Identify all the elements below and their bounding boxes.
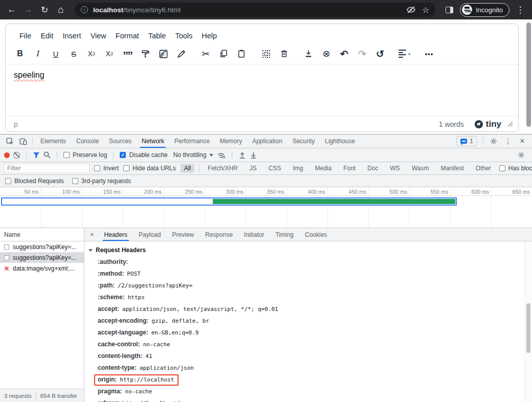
blocked-requests-checkbox[interactable] <box>5 178 11 184</box>
italic-icon[interactable]: I <box>32 48 44 60</box>
forward-icon[interactable]: → <box>20 2 36 17</box>
invert-checkbox[interactable] <box>94 165 100 171</box>
menu-file[interactable]: File <box>15 29 36 42</box>
browser-menu-icon[interactable]: ⋮ <box>513 2 528 17</box>
hide-data-urls-checkbox[interactable] <box>123 165 129 171</box>
issues-badge[interactable]: 1 <box>456 136 477 146</box>
address-bar[interactable]: i localhost /tinymce/tiny6.html ☆ <box>75 3 435 17</box>
import-har-icon[interactable] <box>238 151 246 159</box>
delete-icon[interactable] <box>278 48 290 60</box>
disable-cache-checkbox[interactable]: ✓ <box>120 152 126 158</box>
menu-view[interactable]: View <box>86 29 111 42</box>
device-toolbar-icon[interactable] <box>16 135 30 148</box>
detail-close-icon[interactable]: × <box>85 231 99 238</box>
word-count[interactable]: 1 words <box>439 120 464 128</box>
menu-tools[interactable]: Tools <box>170 29 197 42</box>
permanent-pen-icon[interactable] <box>175 48 187 60</box>
detail-tab-payload[interactable]: Payload <box>133 228 166 241</box>
record-icon[interactable] <box>4 152 10 158</box>
edit-image-icon[interactable] <box>157 48 169 60</box>
name-column-header[interactable]: Name <box>0 228 84 241</box>
strikethrough-icon[interactable]: S <box>68 48 80 60</box>
third-party-requests-toggle[interactable]: 3rd-party requests <box>72 177 131 185</box>
filter-type-css[interactable]: CSS <box>265 164 285 173</box>
disable-cache-toggle[interactable]: ✓ Disable cache <box>120 151 167 159</box>
network-conditions-icon[interactable] <box>217 151 226 159</box>
throttling-select[interactable]: No throttling <box>173 151 214 159</box>
filter-type-doc[interactable]: Doc <box>364 164 382 173</box>
bold-icon[interactable]: B <box>14 48 26 60</box>
export-download-icon[interactable] <box>302 48 315 60</box>
tab-sources[interactable]: Sources <box>104 135 137 148</box>
cancel-icon[interactable]: ⊗ <box>320 48 332 60</box>
cut-icon[interactable]: ✂ <box>199 48 212 60</box>
detail-tab-timing[interactable]: Timing <box>270 228 299 241</box>
tab-lighthouse[interactable]: Lighthouse <box>320 135 360 148</box>
blockquote-icon[interactable]: ”” <box>121 48 134 60</box>
has-blocked-cookies-toggle[interactable]: Has blocked cookies <box>499 165 532 172</box>
tab-application[interactable]: Application <box>247 135 287 148</box>
superscript-icon[interactable]: X2 <box>103 48 116 60</box>
search-icon[interactable] <box>43 151 51 159</box>
filter-input[interactable] <box>4 164 90 173</box>
side-panel-icon[interactable] <box>441 2 457 17</box>
tab-console[interactable]: Console <box>71 135 104 148</box>
eye-blocked-icon[interactable] <box>406 6 416 14</box>
home-icon[interactable]: ⌂ <box>53 2 69 17</box>
filter-type-fetch-xhr[interactable]: Fetch/XHR <box>204 164 241 173</box>
redo-icon[interactable]: ↷ <box>356 48 368 60</box>
request-row[interactable]: suggestions?apiKey=... <box>0 241 84 252</box>
page-scrollbar[interactable] <box>526 23 531 127</box>
menu-table[interactable]: Table <box>144 29 171 42</box>
subscript-icon[interactable]: X2 <box>85 48 98 60</box>
filter-type-manifest[interactable]: Manifest <box>437 164 467 173</box>
request-row[interactable]: data:image/svg+xml;... <box>0 263 84 274</box>
menu-edit[interactable]: Edit <box>36 29 58 42</box>
headers-scrollbar-thumb[interactable] <box>526 303 530 353</box>
request-headers-section[interactable]: Request Headers <box>88 247 525 254</box>
hide-data-urls-toggle[interactable]: Hide data URLs <box>123 165 176 172</box>
tab-elements[interactable]: Elements <box>35 135 71 148</box>
headers-scrollbar[interactable] <box>524 241 532 402</box>
filter-type-other[interactable]: Other <box>472 164 495 173</box>
editor-content-area[interactable]: speeling <box>6 64 518 116</box>
filter-type-font[interactable]: Font <box>340 164 359 173</box>
clear-icon[interactable] <box>13 152 20 159</box>
tab-memory[interactable]: Memory <box>215 135 247 148</box>
invert-toggle[interactable]: Invert <box>94 165 119 172</box>
more-toolbar-icon[interactable]: ••• <box>423 48 435 60</box>
filter-type-media[interactable]: Media <box>311 164 335 173</box>
misspelled-word[interactable]: speeling <box>14 71 45 79</box>
format-painter-icon[interactable] <box>139 48 151 60</box>
undo-icon[interactable]: ↶ <box>338 48 350 60</box>
detail-tab-response[interactable]: Response <box>199 228 238 241</box>
preserve-log-checkbox[interactable] <box>63 152 70 158</box>
detail-tab-cookies[interactable]: Cookies <box>299 228 332 241</box>
underline-icon[interactable]: U <box>50 48 62 60</box>
detail-tab-initiator[interactable]: Initiator <box>238 228 270 241</box>
network-settings-icon[interactable] <box>515 148 528 162</box>
filter-type-ws[interactable]: WS <box>387 164 404 173</box>
filter-type-img[interactable]: Img <box>289 164 306 173</box>
inspect-element-icon[interactable] <box>3 135 16 148</box>
filter-type-js[interactable]: JS <box>246 164 260 173</box>
third-party-requests-checkbox[interactable] <box>72 178 78 184</box>
tiny-brand[interactable]: tiny <box>474 119 501 129</box>
reload-icon[interactable]: ↻ <box>37 2 52 17</box>
menu-insert[interactable]: Insert <box>58 29 85 42</box>
devtools-close-icon[interactable]: × <box>516 135 529 148</box>
preserve-log-toggle[interactable]: Preserve log <box>63 151 107 159</box>
tab-network[interactable]: Network <box>137 135 169 148</box>
copy-icon[interactable] <box>217 48 230 60</box>
tab-performance[interactable]: Performance <box>169 135 215 148</box>
devtools-settings-icon[interactable] <box>487 135 500 148</box>
element-path[interactable]: p <box>14 120 18 128</box>
blocked-requests-toggle[interactable]: Blocked Requests <box>5 177 64 185</box>
network-overview-timeline[interactable]: 50 ms 100 ms 150 ms 200 ms 250 ms 300 ms… <box>0 187 532 228</box>
align-left-icon[interactable]: ▾ <box>398 48 411 60</box>
menu-help[interactable]: Help <box>197 29 221 42</box>
filter-funnel-icon[interactable] <box>33 152 40 159</box>
resize-handle-icon[interactable] <box>507 121 513 127</box>
detail-tab-preview[interactable]: Preview <box>166 228 199 241</box>
paste-icon[interactable] <box>235 48 248 60</box>
